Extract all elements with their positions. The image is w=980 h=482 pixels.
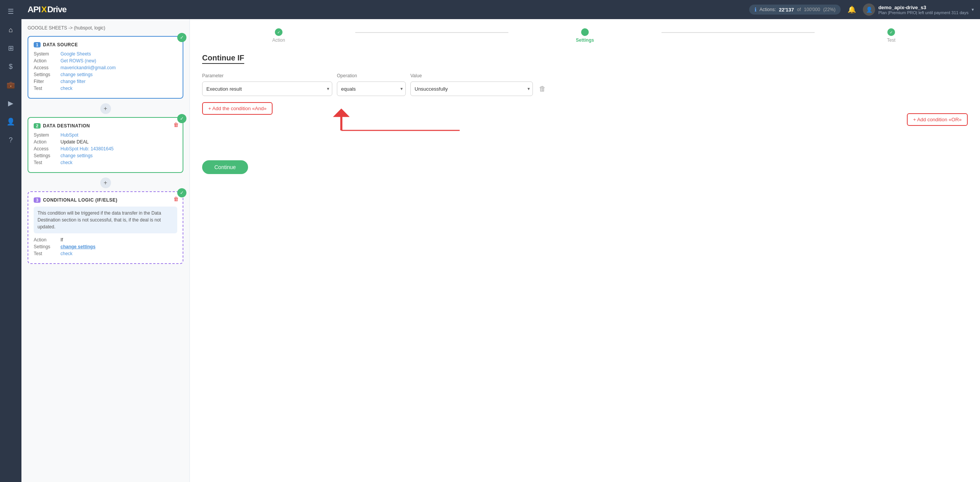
sidebar-user-icon[interactable]: 👤 — [3, 114, 18, 129]
card2-title: DATA DESTINATION — [43, 123, 90, 129]
card3-title: CONDITIONAL LOGIC (IF/ELSE) — [43, 197, 118, 203]
add-and-label: + Add the condition «And» — [208, 106, 266, 111]
label-settings1: Settings — [34, 72, 57, 77]
param-select[interactable]: Execution result — [202, 81, 332, 96]
logo-api: API — [28, 5, 41, 15]
step-settings-label: Settings — [576, 37, 594, 43]
left-panel: GOOGLE SHEETS -> (hubspot, logic) ✓ 1 DA… — [21, 19, 190, 482]
value-action1[interactable]: Get ROWS (new) — [60, 58, 96, 64]
steps-bar: ✓ Action Settings ✓ Test — [202, 28, 968, 43]
table-row: Settings change settings — [34, 244, 177, 249]
table-row: Settings change settings — [34, 72, 177, 77]
user-info[interactable]: 👤 demo_apix-drive_s3 Plan |Premium PRO| … — [863, 3, 974, 16]
val-label: Value — [410, 73, 422, 78]
value-access2[interactable]: HubSpot Hub: 143801645 — [60, 146, 114, 151]
actions-label: Actions: — [760, 7, 776, 12]
card1-title: DATA SOURCE — [43, 42, 78, 47]
label-test2: Test — [34, 160, 57, 165]
sidebar-grid-icon[interactable]: ⊞ — [3, 41, 18, 56]
value-test3[interactable]: check — [60, 251, 72, 256]
main-wrapper: APIXDrive ℹ Actions: 22'137 of 100'000 (… — [21, 0, 980, 482]
condition-row: Execution result ▾ equals ▾ Unsuccessful… — [202, 81, 968, 96]
chevron-down-icon: ▾ — [972, 7, 974, 12]
conditional-logic-card: ✓ 🗑 3 CONDITIONAL LOGIC (IF/ELSE) This c… — [28, 191, 183, 264]
step-test: ✓ Test — [815, 28, 968, 43]
value-settings1[interactable]: change settings — [60, 72, 93, 77]
actions-of: of — [797, 7, 801, 12]
data-destination-card: ✓ 🗑 2 DATA DESTINATION System HubSpot Ac… — [28, 117, 183, 173]
value-system1[interactable]: Google Sheets — [60, 51, 91, 57]
table-row: Test check — [34, 86, 177, 91]
delete-row-button[interactable]: 🗑 — [537, 83, 547, 94]
sidebar-dollar-icon[interactable]: $ — [3, 59, 18, 74]
sidebar-video-icon[interactable]: ▶ — [3, 96, 18, 111]
data-source-card: ✓ 1 DATA SOURCE System Google Sheets Act… — [28, 36, 183, 99]
table-row: Test check — [34, 160, 177, 165]
condition-actions-area: + Add the condition «And» + Add conditio… — [202, 102, 968, 148]
add-and-button[interactable]: + Add the condition «And» — [202, 102, 273, 115]
content-area: GOOGLE SHEETS -> (hubspot, logic) ✓ 1 DA… — [21, 19, 980, 482]
table-row: Test check — [34, 251, 177, 256]
label-access1: Access — [34, 65, 57, 70]
add-or-label: + Add condition «OR» — [913, 117, 962, 122]
info-icon: ℹ — [755, 7, 756, 13]
actions-total: 100'000 — [804, 7, 820, 12]
table-row: System Google Sheets — [34, 51, 177, 57]
condition-column-labels: Parameter Operation Value — [202, 73, 968, 78]
op-select-wrapper: equals ▾ — [337, 81, 406, 96]
table-row: Action Update DEAL — [34, 139, 177, 145]
step-test-circle: ✓ — [887, 28, 895, 36]
card2-delete-icon[interactable]: 🗑 — [173, 122, 179, 128]
label-action3: Action — [34, 237, 57, 243]
sidebar-menu-icon[interactable]: ☰ — [3, 4, 18, 19]
user-plan: Plan |Premium PRO| left until payment 31… — [878, 10, 969, 15]
right-panel: ✓ Action Settings ✓ Test Continue IF — [190, 19, 980, 482]
logo: APIXDrive — [28, 5, 66, 15]
val-select-wrapper: Unsuccessfully ▾ — [410, 81, 533, 96]
val-select[interactable]: Unsuccessfully — [410, 81, 533, 96]
value-settings3[interactable]: change settings — [60, 244, 95, 249]
add-or-button[interactable]: + Add condition «OR» — [907, 113, 968, 126]
label-test3: Test — [34, 251, 57, 256]
step-action-label: Action — [272, 37, 285, 43]
sidebar-home-icon[interactable]: ⌂ — [3, 22, 18, 37]
avatar: 👤 — [863, 3, 875, 16]
user-details: demo_apix-drive_s3 Plan |Premium PRO| le… — [878, 5, 969, 15]
table-row: Access maverickandrii@gmail.com — [34, 65, 177, 70]
continue-label: Continue — [214, 164, 236, 170]
step-divider-1 — [355, 32, 508, 33]
value-filter1[interactable]: change filter — [60, 79, 85, 84]
step-settings: Settings — [508, 28, 662, 43]
actions-badge: ℹ Actions: 22'137 of 100'000 (22%) — [749, 5, 841, 15]
sidebar-help-icon[interactable]: ? — [3, 132, 18, 148]
step-action: ✓ Action — [202, 28, 355, 43]
table-row: Filter change filter — [34, 79, 177, 84]
card3-number: 3 — [34, 197, 41, 203]
table-row: Access HubSpot Hub: 143801645 — [34, 146, 177, 151]
add-between-2-3-button[interactable]: + — [100, 177, 111, 188]
add-between-1-2-button[interactable]: + — [100, 103, 111, 114]
value-access1[interactable]: maverickandrii@gmail.com — [60, 65, 116, 70]
bell-button[interactable]: 🔔 — [845, 3, 858, 16]
step-settings-circle — [581, 28, 589, 36]
param-select-wrapper: Execution result ▾ — [202, 81, 332, 96]
table-row: Action Get ROWS (new) — [34, 58, 177, 64]
card2-number: 2 — [34, 123, 41, 129]
value-system2[interactable]: HubSpot — [60, 132, 78, 138]
param-label: Parameter — [202, 73, 332, 78]
card3-delete-icon[interactable]: 🗑 — [173, 196, 179, 202]
continue-button[interactable]: Continue — [202, 160, 248, 174]
value-test1[interactable]: check — [60, 86, 72, 91]
value-settings2[interactable]: change settings — [60, 153, 93, 158]
table-row: Settings change settings — [34, 153, 177, 158]
step-action-circle: ✓ — [275, 28, 283, 36]
table-row: System HubSpot — [34, 132, 177, 138]
breadcrumb: GOOGLE SHEETS -> (hubspot, logic) — [28, 25, 183, 31]
op-select[interactable]: equals — [337, 81, 406, 96]
label-settings3: Settings — [34, 244, 57, 249]
logo-drive: Drive — [47, 5, 66, 15]
label-access2: Access — [34, 146, 57, 151]
sidebar-briefcase-icon[interactable]: 💼 — [3, 77, 18, 93]
value-action3: If — [60, 237, 63, 243]
value-test2[interactable]: check — [60, 160, 72, 165]
